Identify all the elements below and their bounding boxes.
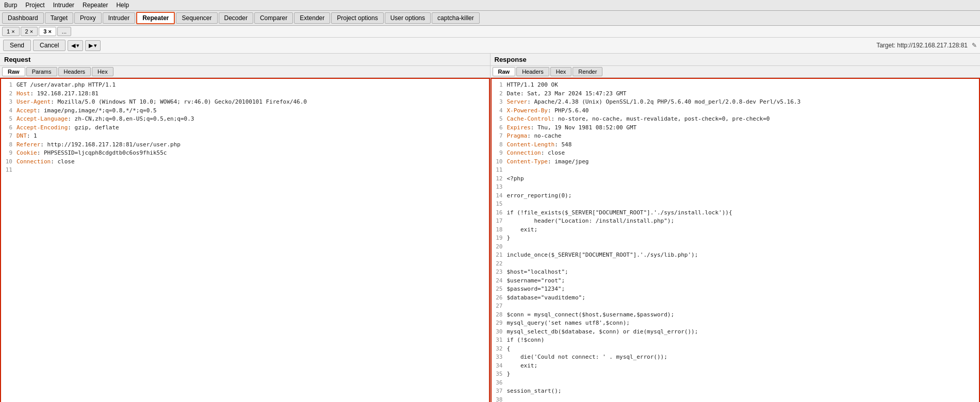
sub-tab-1×[interactable]: 1 × [2, 27, 20, 36]
response-line: 13 [494, 183, 977, 192]
tab-extender[interactable]: Extender [294, 12, 330, 24]
request-tab-raw[interactable]: Raw [2, 67, 25, 76]
forward-button[interactable]: ▶ ▾ [85, 40, 101, 51]
response-line: 6Expires: Thu, 19 Nov 1981 08:52:00 GMT [494, 124, 977, 132]
response-line: 27 [494, 302, 977, 311]
response-line: 2Date: Sat, 23 Mar 2024 15:47:23 GMT [494, 90, 977, 98]
forward-icon: ▶ [89, 42, 93, 49]
response-line: 3Server: Apache/2.4.38 (Unix) OpenSSL/1.… [494, 98, 977, 107]
send-button[interactable]: Send [3, 40, 31, 51]
response-line: 11 [494, 166, 977, 175]
response-line: 26$database="vauditdemo"; [494, 294, 977, 303]
response-line: 20 [494, 243, 977, 252]
response-line: 22 [494, 260, 977, 269]
response-line: 33 die('Could not connect: ' . mysql_err… [494, 353, 977, 362]
request-tab-hex[interactable]: Hex [92, 67, 113, 76]
response-line: 35} [494, 370, 977, 379]
cancel-button[interactable]: Cancel [33, 40, 66, 51]
sub-tab-...[interactable]: ... [57, 27, 71, 36]
response-tab-render[interactable]: Render [573, 67, 602, 76]
sub-tab-bar: 1 ×2 ×3 ×... [0, 26, 980, 38]
request-line: 10Connection: close [3, 158, 487, 166]
main-content: Request RawParamsHeadersHex 1GET /user/a… [0, 54, 980, 402]
tab-captcha-killer[interactable]: captcha-killer [432, 12, 480, 24]
tab-repeater[interactable]: Repeater [136, 12, 175, 24]
back-icon: ◀ [71, 42, 75, 49]
response-line: 1HTTP/1.1 200 OK [494, 81, 977, 90]
response-line: 15 [494, 200, 977, 209]
tab-project-options[interactable]: Project options [331, 12, 383, 24]
tab-sequencer[interactable]: Sequencer [176, 12, 217, 24]
response-line: 28$conn = mysql_connect($host,$username,… [494, 311, 977, 320]
request-tab-bar: RawParamsHeadersHex [0, 66, 490, 78]
tab-comparer[interactable]: Comparer [254, 12, 293, 24]
request-line: 7DNT: 1 [3, 132, 487, 141]
menu-burp[interactable]: Burp [2, 1, 19, 9]
response-line: 29mysql_query('set names utf8',$conn); [494, 319, 977, 328]
response-line: 32{ [494, 345, 977, 354]
back-dropdown-icon[interactable]: ▾ [76, 42, 79, 49]
response-line: 5Cache-Control: no-store, no-cache, must… [494, 115, 977, 124]
response-tab-bar: RawHeadersHexRender [491, 66, 981, 78]
request-line: 1GET /user/avatar.php HTTP/1.1 [3, 81, 487, 90]
response-line: 25$password="1234"; [494, 285, 977, 294]
request-line: 9Cookie: PHPSESSID=ljcqph8cdgdtb0c6os9fh… [3, 149, 487, 158]
sub-tab-3×[interactable]: 3 × [39, 27, 56, 36]
response-tab-raw[interactable]: Raw [493, 67, 516, 76]
tab-bar: DashboardTargetProxyIntruderRepeaterSequ… [0, 11, 980, 26]
response-line: 8Content-Length: 548 [494, 141, 977, 149]
target-label: Target: http://192.168.217.128:81 [876, 42, 968, 49]
request-code-area[interactable]: 1GET /user/avatar.php HTTP/1.12Host: 192… [0, 78, 490, 402]
response-tab-hex[interactable]: Hex [550, 67, 572, 76]
response-panel: Response RawHeadersHexRender 1HTTP/1.1 2… [491, 54, 981, 402]
menu-bar: Burp Project Intruder Repeater Help [0, 0, 980, 11]
response-line: 23$host="localhost"; [494, 268, 977, 277]
response-title: Response [491, 54, 981, 66]
response-line: 19} [494, 234, 977, 243]
response-line: 4X-Powered-By: PHP/5.6.40 [494, 107, 977, 115]
response-line: 18 exit; [494, 226, 977, 234]
response-tab-headers[interactable]: Headers [516, 67, 549, 76]
response-line: 38 [494, 396, 977, 403]
response-line: 37session_start(); [494, 387, 977, 396]
request-tab-headers[interactable]: Headers [58, 67, 91, 76]
request-tab-params[interactable]: Params [26, 67, 57, 76]
response-line: 34 exit; [494, 362, 977, 371]
tab-user-options[interactable]: User options [385, 12, 431, 24]
response-line: 21include_once($_SERVER["DOCUMENT_ROOT"]… [494, 251, 977, 260]
response-line: 36 [494, 379, 977, 388]
tab-intruder[interactable]: Intruder [103, 12, 135, 24]
forward-dropdown-icon[interactable]: ▾ [94, 42, 97, 49]
tab-proxy[interactable]: Proxy [74, 12, 102, 24]
back-button[interactable]: ◀ ▾ [68, 40, 83, 51]
tab-dashboard[interactable]: Dashboard [2, 12, 44, 24]
response-line: 30mysql_select_db($database, $conn) or d… [494, 328, 977, 337]
response-code-area[interactable]: 1HTTP/1.1 200 OK2Date: Sat, 23 Mar 2024 … [491, 78, 981, 402]
tab-target[interactable]: Target [45, 12, 73, 24]
menu-intruder[interactable]: Intruder [51, 1, 76, 9]
request-line: 2Host: 192.168.217.128:81 [3, 90, 487, 98]
response-line: 9Connection: close [494, 149, 977, 158]
response-line: 17 header("Location: /install/install.ph… [494, 217, 977, 226]
toolbar: Send Cancel ◀ ▾ ▶ ▾ Target: http://192.1… [0, 38, 980, 54]
response-line: 31if (!$conn) [494, 336, 977, 345]
tab-decoder[interactable]: Decoder [219, 12, 253, 24]
menu-project[interactable]: Project [23, 1, 46, 9]
response-line: 7Pragma: no-cache [494, 132, 977, 141]
request-panel: Request RawParamsHeadersHex 1GET /user/a… [0, 54, 491, 402]
request-line: 4Accept: image/png,image/*;q=0.8,*/*;q=0… [3, 107, 487, 115]
response-line: 12<?php [494, 175, 977, 183]
request-line: 5Accept-Language: zh-CN,zh;q=0.8,en-US;q… [3, 115, 487, 124]
menu-help[interactable]: Help [114, 1, 131, 9]
response-line: 10Content-Type: image/jpeg [494, 158, 977, 166]
response-line: 24$username="root"; [494, 277, 977, 286]
response-line: 16if (!file_exists($_SERVER["DOCUMENT_RO… [494, 209, 977, 217]
response-line: 14error_reporting(0); [494, 192, 977, 200]
sub-tab-2×[interactable]: 2 × [21, 27, 38, 36]
request-line: 6Accept-Encoding: gzip, deflate [3, 124, 487, 132]
request-line: 11 [3, 166, 487, 175]
request-title: Request [0, 54, 490, 66]
request-line: 3User-Agent: Mozilla/5.0 (Windows NT 10.… [3, 98, 487, 107]
menu-repeater[interactable]: Repeater [80, 1, 110, 9]
edit-target-icon[interactable]: ✎ [972, 42, 977, 49]
